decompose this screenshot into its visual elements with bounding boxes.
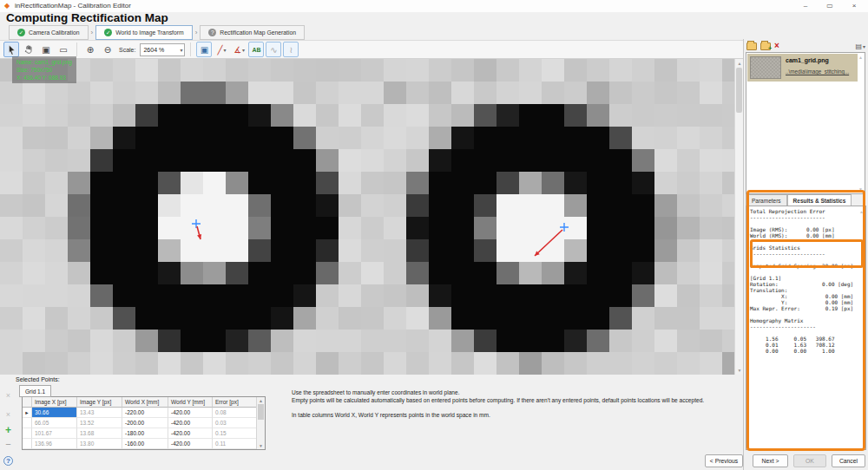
cell-world-y[interactable]: -420.00 (168, 439, 213, 449)
cell-error[interactable]: 0.03 (213, 418, 258, 428)
cell-image-x[interactable]: 101.67 (32, 428, 77, 439)
view-mode-button[interactable]: ▤ ▾ (855, 42, 865, 50)
row-selector[interactable] (23, 428, 32, 439)
header-world-y[interactable]: World Y [mm] (168, 397, 213, 408)
cell-world-y[interactable]: -420.00 (168, 408, 213, 418)
help-icon[interactable]: ? (3, 456, 13, 466)
cell-error[interactable]: 0.11 (213, 439, 258, 449)
image-viewport[interactable] (0, 59, 734, 375)
overlay-cursor-coords: X: 436.40 Y: 688.93 (16, 74, 72, 82)
hand-icon (23, 44, 34, 55)
zoom-in-icon: ⊕ (87, 45, 94, 55)
table-row: 136.96 13.80 -160.00 -420.00 0.11 (23, 439, 265, 449)
pan-tool-button[interactable] (21, 42, 36, 57)
check-icon: ✓ (17, 29, 25, 36)
file-path-link[interactable]: ..\media\image_stitching... (786, 69, 849, 75)
header-error[interactable]: Error [px] (213, 397, 258, 408)
previous-button[interactable]: < Previous (705, 454, 743, 467)
tab-results-statistics[interactable]: Results & Statistics (787, 194, 852, 206)
remove-point-icon[interactable]: − (3, 440, 14, 451)
chevron-down-icon: ▾ (242, 47, 245, 53)
zoom-in-button[interactable]: ⊕ (82, 42, 98, 57)
row-selector[interactable] (23, 418, 32, 428)
measure-tool-button[interactable]: ∡ ▾ (231, 42, 247, 57)
select-tool-button[interactable] (3, 42, 19, 57)
add-point-icon[interactable]: + (3, 425, 14, 436)
cell-world-x[interactable]: -160.00 (122, 439, 168, 449)
next-button[interactable]: Next > (753, 454, 788, 467)
cell-image-x[interactable]: 30.66 (32, 408, 77, 418)
table-vertical-scrollbar[interactable]: ▲ ▼ (256, 397, 265, 449)
cell-image-y[interactable]: 13.68 (77, 428, 122, 439)
cell-world-x[interactable]: -200.00 (122, 418, 168, 428)
curve-tool-button[interactable]: ∿ (266, 42, 281, 57)
scroll-up-icon[interactable]: ▲ (858, 55, 863, 60)
clear-selection-icon[interactable]: × (3, 390, 14, 401)
ok-button[interactable]: OK (793, 454, 826, 467)
row-selector[interactable] (23, 439, 32, 449)
spline-tool-button[interactable]: ≀ (283, 42, 299, 57)
overlay-image-size: Size: 750x750 (16, 66, 72, 74)
tab-rectification-map-generation[interactable]: ? Rectification Map Generation (200, 25, 305, 40)
red-line-icon: ╱ (217, 45, 222, 55)
main-toolbar: ▣ ▭ ⊕ ⊖ Scale: 2604 % ▾ ▣ ╱ ▾ ∡ ▾ AB ∿ ≀ (0, 40, 868, 59)
scroll-down-icon[interactable]: ▼ (858, 186, 863, 192)
add-folder-icon[interactable]: + (760, 42, 771, 50)
maximize-icon[interactable]: ▭ (818, 0, 842, 12)
overlay-image-name: Name: cam1_grid.png (16, 58, 72, 66)
table-row: 101.67 13.68 -180.00 -420.00 0.15 (23, 428, 265, 439)
rectangle-tool-button[interactable]: ▭ (56, 42, 71, 57)
tab-world-to-image-transform[interactable]: ✓ World to Image Transform (95, 25, 192, 40)
fit-icon: ▣ (201, 45, 208, 55)
cell-image-y[interactable]: 13.52 (77, 418, 122, 428)
zoom-out-button[interactable]: ⊖ (100, 42, 115, 57)
header-image-x[interactable]: Image X [px] (32, 397, 77, 408)
draw-line-button[interactable]: ╱ ▾ (214, 42, 229, 57)
scale-combobox[interactable]: 2604 % ▾ (140, 43, 185, 56)
close-icon[interactable]: × (842, 0, 866, 12)
cell-image-y[interactable]: 13.43 (77, 408, 122, 418)
scroll-up-icon[interactable]: ▲ (859, 209, 864, 214)
labels-toggle-button[interactable]: AB (248, 42, 264, 57)
region-select-button[interactable]: ▣ (38, 42, 54, 57)
tab-camera-calibration[interactable]: ✓ Camera Calibration (9, 25, 89, 40)
rectangle-icon: ▭ (59, 45, 67, 55)
scroll-up-icon[interactable]: ▲ (257, 398, 265, 403)
page-title: Computing Rectification Map (6, 11, 168, 24)
tab-parameters[interactable]: Parameters (746, 194, 787, 206)
header-world-x[interactable]: World X [mm] (122, 397, 168, 408)
grid-details-text: [Grid 1.1] Rotation: 0.00 [deg] Translat… (750, 275, 865, 354)
window-controls: – ▭ × (793, 0, 866, 12)
header-image-y[interactable]: Image Y [px] (77, 397, 122, 408)
help-line-2: Empty points will be calculated automati… (292, 396, 865, 404)
chevron-down-icon: ▾ (863, 43, 865, 49)
viewport-vertical-scrollbar[interactable]: ▲ ▼ (734, 59, 743, 375)
cell-world-y[interactable]: -420.00 (168, 428, 213, 439)
delete-grid-icon[interactable]: × (3, 409, 14, 421)
curve-icon: ∿ (270, 45, 277, 55)
list-item[interactable]: cam1_grid.png ..\media\image_stitching..… (747, 54, 858, 82)
image-info-overlay: Name: cam1_grid.png Size: 750x750 X: 436… (12, 56, 76, 83)
ab-labels-icon: AB (252, 47, 260, 53)
minimize-icon[interactable]: – (793, 0, 818, 12)
cell-world-x[interactable]: -220.00 (122, 408, 168, 418)
cell-error[interactable]: 0.15 (213, 428, 258, 439)
scroll-down-icon[interactable]: ▼ (257, 443, 265, 448)
cell-image-y[interactable]: 13.80 (77, 439, 122, 449)
calibration-image-canvas[interactable] (0, 59, 734, 375)
cell-world-y[interactable]: -420.00 (168, 418, 213, 428)
scrollbar-thumb[interactable] (258, 404, 264, 420)
image-file-list: cam1_grid.png ..\media\image_stitching..… (746, 52, 865, 194)
help-gap (292, 404, 865, 411)
row-selector: ► (23, 408, 32, 418)
scrollbar-thumb[interactable] (736, 68, 742, 113)
delete-file-icon[interactable]: × (774, 42, 779, 50)
fit-to-view-button[interactable]: ▣ (196, 42, 212, 57)
grid-tab[interactable]: Grid 1.1 (19, 385, 51, 397)
open-folder-icon[interactable] (746, 42, 757, 50)
cell-image-x[interactable]: 66.05 (32, 418, 77, 428)
cancel-button[interactable]: Cancel (832, 454, 865, 467)
cell-error[interactable]: 0.08 (213, 408, 258, 418)
cell-world-x[interactable]: -180.00 (122, 428, 168, 439)
cell-image-x[interactable]: 136.96 (32, 439, 77, 449)
